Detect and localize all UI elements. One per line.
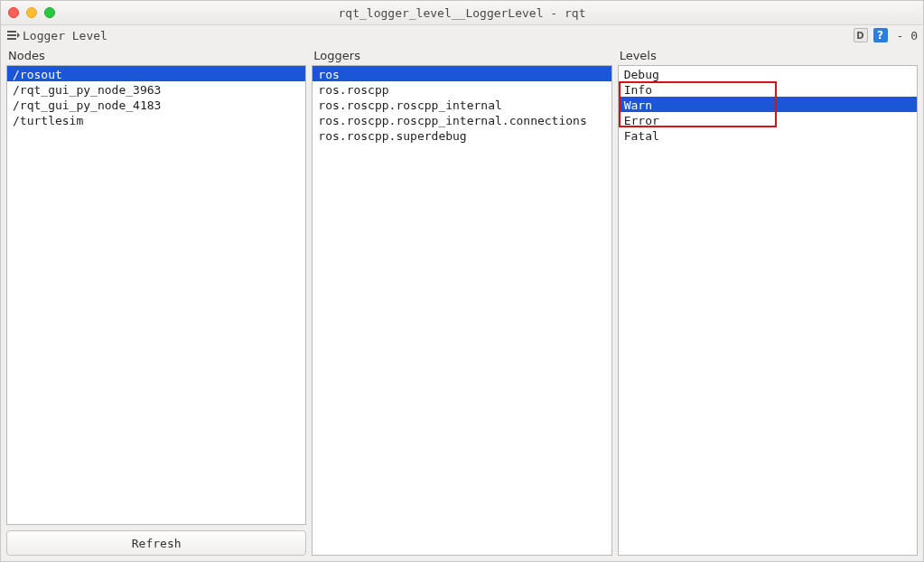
list-item[interactable]: ros.roscpp.roscpp_internal.connections (313, 112, 611, 127)
svg-rect-1 (7, 34, 16, 36)
svg-rect-0 (7, 31, 16, 33)
panel-loggers: Loggers rosros.roscppros.roscpp.roscpp_i… (312, 49, 611, 556)
minimize-icon[interactable] (26, 7, 37, 18)
list-item[interactable]: Debug (619, 66, 917, 81)
list-item[interactable]: /rqt_gui_py_node_4183 (7, 97, 305, 112)
toolbar-label: Logger Level (23, 29, 107, 42)
levels-listwrap: DebugInfoWarnErrorFatal (618, 65, 918, 556)
d-badge[interactable]: D (854, 28, 868, 42)
list-item[interactable]: /turtlesim (7, 112, 305, 127)
close-icon[interactable] (8, 7, 19, 18)
loggers-header: Loggers (312, 49, 611, 65)
list-item[interactable]: Info (619, 81, 917, 97)
nodes-list[interactable]: /rosout/rqt_gui_py_node_3963/rqt_gui_py_… (7, 66, 305, 524)
list-item[interactable]: /rqt_gui_py_node_3963 (7, 81, 305, 97)
list-item[interactable]: ros.roscpp.roscpp_internal (313, 97, 611, 112)
panel-nodes: Nodes /rosout/rqt_gui_py_node_3963/rqt_g… (6, 49, 306, 556)
panel-levels: Levels DebugInfoWarnErrorFatal (618, 49, 918, 556)
traffic-lights (8, 7, 55, 18)
window-title: rqt_logger_level__LoggerLevel - rqt (1, 6, 923, 20)
refresh-button[interactable]: Refresh (6, 530, 306, 556)
list-item[interactable]: /rosout (7, 66, 305, 81)
nodes-header: Nodes (6, 49, 306, 65)
levels-list[interactable]: DebugInfoWarnErrorFatal (619, 66, 917, 555)
toolbar-right-text: - 0 (893, 29, 918, 42)
list-item[interactable]: Fatal (619, 127, 917, 143)
window: rqt_logger_level__LoggerLevel - rqt Logg… (0, 0, 924, 562)
nodes-listwrap: /rosout/rqt_gui_py_node_3963/rqt_gui_py_… (6, 65, 306, 525)
list-item[interactable]: ros (313, 66, 611, 81)
help-icon[interactable]: ? (873, 28, 888, 42)
list-item[interactable]: Error (619, 112, 917, 127)
toolbar: Logger Level D ? - 0 (1, 25, 923, 45)
levels-header: Levels (618, 49, 918, 65)
list-item[interactable]: ros.roscpp.superdebug (313, 127, 611, 143)
list-item[interactable]: Warn (619, 97, 917, 112)
loggers-list[interactable]: rosros.roscppros.roscpp.roscpp_internalr… (313, 66, 611, 555)
svg-rect-2 (7, 38, 16, 40)
zoom-icon[interactable] (44, 7, 55, 18)
titlebar: rqt_logger_level__LoggerLevel - rqt (1, 1, 923, 25)
content: Nodes /rosout/rqt_gui_py_node_3963/rqt_g… (1, 45, 923, 561)
logger-level-icon (6, 28, 21, 42)
list-item[interactable]: ros.roscpp (313, 81, 611, 97)
loggers-listwrap: rosros.roscppros.roscpp.roscpp_internalr… (312, 65, 611, 556)
